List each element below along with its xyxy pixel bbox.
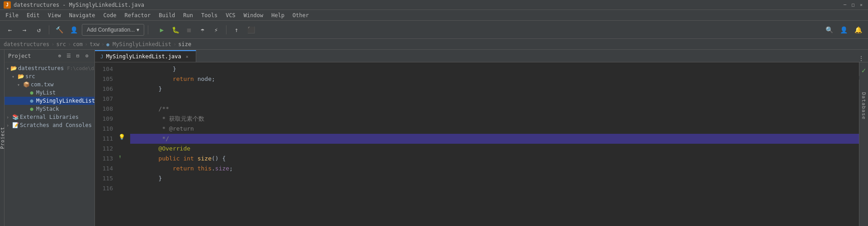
scratches-icon: 📝 — [12, 122, 19, 128]
sidebar-settings-button[interactable]: ⚙ — [83, 52, 91, 60]
line-num-104: 104 — [95, 64, 113, 74]
folder-open-icon: 📂 — [18, 73, 24, 80]
sidebar-expand-button[interactable]: ☰ — [65, 52, 73, 60]
add-configuration-button[interactable]: Add Configuration... ▾ — [82, 24, 144, 36]
sidebar-title: Project — [8, 53, 31, 59]
tree-item-mylist[interactable]: ● MyList — [5, 89, 94, 97]
database-tab[interactable]: Database — [859, 89, 868, 123]
project-tab-label: Project — [0, 127, 5, 149]
hint-bulb-icon[interactable]: 💡 — [118, 132, 125, 142]
menu-item-other[interactable]: Other — [289, 11, 312, 19]
tree-item-external-libs[interactable]: › 📚 External Libraries — [5, 113, 94, 121]
breadcrumb-src[interactable]: src — [56, 41, 66, 47]
folder-open-icon: 📂 — [10, 65, 17, 71]
nav-forward-button[interactable]: → — [18, 24, 31, 36]
stop-button[interactable]: ■ — [183, 24, 195, 36]
breadcrumb-size[interactable]: size — [178, 41, 191, 47]
search-button[interactable]: 🔍 — [823, 24, 835, 36]
menu-bar: FileEditViewNavigateCodeRefactorBuildRun… — [0, 10, 868, 21]
title-bar-left: J datestructures - MySinglyLinkedList.ja… — [4, 1, 144, 9]
minimize-button[interactable]: ─ — [842, 2, 848, 8]
menu-item-code[interactable]: Code — [100, 11, 120, 19]
line-num-107: 107 — [95, 94, 113, 104]
menu-item-edit[interactable]: Edit — [23, 11, 43, 19]
tab-file-icon: J — [100, 54, 104, 60]
tree-label-com-txw: com.txw — [31, 81, 54, 88]
tree-label-mystack: MyStack — [36, 106, 59, 112]
tab-more-button[interactable]: ⋮ — [854, 55, 868, 62]
tree-item-mysinglylinkedlist[interactable]: ● MySinglyLinkedList — [5, 97, 94, 105]
build-button[interactable]: 🔨 — [53, 24, 66, 36]
tree-label-mylist: MyList — [36, 89, 56, 96]
chevron-right-icon: › — [6, 123, 11, 128]
line-num-109: 109 — [95, 114, 113, 124]
sidebar-header: Project ⊕ ☰ ⊟ ⚙ — [5, 50, 94, 62]
code-line-104: } — [130, 64, 859, 74]
profile-run-button[interactable]: ⚡ — [210, 24, 222, 36]
chevron-right-icon: › — [6, 115, 11, 120]
search-area: 🔍 👤 🔔 — [823, 24, 864, 36]
user-icon: 👤 — [837, 24, 850, 36]
code-line-111: */ — [130, 134, 859, 144]
vcs-button[interactable]: ↑ — [230, 24, 243, 36]
tree-item-datestructures[interactable]: ▾ 📂 datestructures F:\code\datestructure… — [5, 64, 94, 72]
terminal-button[interactable]: ⬛ — [245, 24, 257, 36]
code-area[interactable]: } return node; } /** — [127, 62, 859, 226]
run-button[interactable]: ▶ — [156, 24, 168, 36]
nav-back-button[interactable]: ← — [4, 24, 16, 36]
close-button[interactable]: ✕ — [858, 2, 864, 8]
code-line-110: * @return — [130, 124, 859, 134]
menu-item-refactor[interactable]: Refactor — [121, 11, 154, 19]
project-tab[interactable]: Project — [0, 50, 5, 226]
tree-item-src[interactable]: ▾ 📂 src — [5, 72, 94, 80]
menu-item-build[interactable]: Build — [155, 11, 179, 19]
breadcrumb-sep-1: › — [51, 41, 54, 47]
toolbar: ← → ↺ 🔨 👤 Add Configuration... ▾ ▶ 🐛 ■ ☂… — [0, 21, 868, 39]
menu-item-view[interactable]: View — [44, 11, 65, 19]
tree-label-scratches: Scratches and Consoles — [20, 122, 92, 128]
project-tree: ▾ 📂 datestructures F:\code\datestructure… — [5, 62, 94, 226]
code-line-108: /** — [130, 104, 859, 114]
sidebar: Project ⊕ ☰ ⊟ ⚙ ▾ 📂 datestructures F:\co… — [5, 50, 95, 226]
dropdown-arrow-icon: ▾ — [137, 27, 139, 33]
java-class-icon: ● — [28, 98, 35, 104]
code-line-115: } — [130, 174, 859, 184]
code-line-116 — [130, 184, 859, 193]
maximize-button[interactable]: □ — [850, 2, 856, 8]
menu-item-file[interactable]: File — [2, 11, 22, 19]
menu-item-run[interactable]: Run — [179, 11, 197, 19]
menu-item-help[interactable]: Help — [268, 11, 288, 19]
breadcrumb-com[interactable]: com — [73, 41, 83, 47]
breadcrumb-datestructures[interactable]: datestructures — [4, 41, 49, 47]
menu-item-tools[interactable]: Tools — [198, 11, 221, 19]
override-arrow-icon[interactable]: ↑ — [118, 152, 122, 162]
line-num-106: 106 — [95, 84, 113, 94]
coverage-button[interactable]: ☂ — [196, 24, 209, 36]
tab-close-button[interactable]: × — [184, 53, 190, 60]
tree-item-com-txw[interactable]: ▾ 📦 com.txw — [5, 80, 94, 89]
menu-item-navigate[interactable]: Navigate — [66, 11, 99, 19]
notifications-button[interactable]: 🔔 — [852, 24, 864, 36]
code-line-114: return this . size ; — [130, 164, 859, 174]
breadcrumb-txw[interactable]: txw — [90, 41, 99, 47]
tree-item-scratches[interactable]: › 📝 Scratches and Consoles — [5, 121, 94, 129]
menu-item-vcs[interactable]: VCS — [222, 11, 239, 19]
code-line-113: public int size () { — [130, 154, 859, 164]
tree-item-mystack[interactable]: ● MyStack — [5, 105, 94, 113]
line-num-108: 108 — [95, 104, 113, 114]
breadcrumb: datestructures › src › com › txw › ● MyS… — [0, 39, 868, 50]
library-icon: 📚 — [12, 114, 19, 120]
debug-button[interactable]: 🐛 — [169, 24, 182, 36]
code-line-105: return node; — [130, 74, 859, 84]
line-num-105: 105 — [95, 74, 113, 84]
breadcrumb-mysinglylinkedlist[interactable]: ● MySinglyLinkedList — [106, 41, 171, 47]
profile-button[interactable]: 👤 — [67, 24, 80, 36]
sidebar-locate-button[interactable]: ⊕ — [56, 52, 64, 60]
app-icon: J — [4, 1, 11, 9]
menu-item-window[interactable]: Window — [240, 11, 267, 19]
refresh-button[interactable]: ↺ — [33, 24, 45, 36]
tab-mysinglylinkedlist[interactable]: J MySinglyLinkedList.java × — [95, 50, 196, 62]
title-text: datestructures - MySinglyLinkedList.java — [14, 2, 144, 8]
breadcrumb-sep-5: › — [173, 41, 176, 47]
sidebar-collapse-button[interactable]: ⊟ — [74, 52, 82, 60]
